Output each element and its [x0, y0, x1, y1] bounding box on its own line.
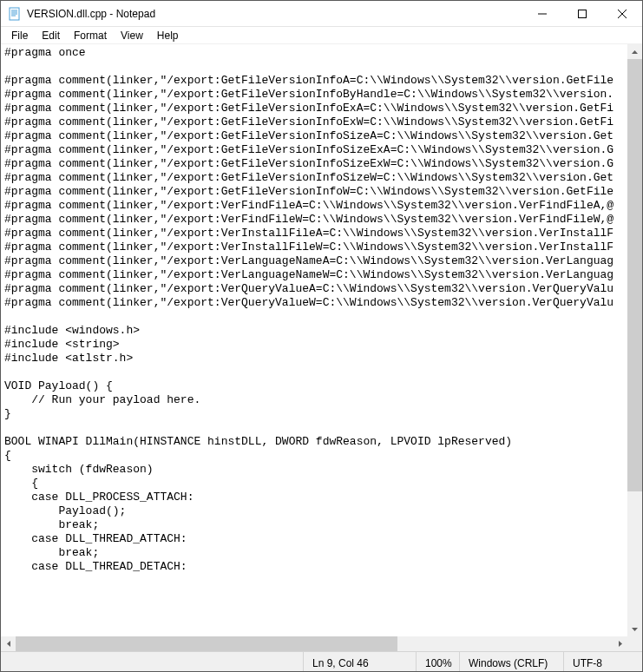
scroll-left-button[interactable]	[1, 636, 16, 651]
close-button[interactable]	[602, 1, 642, 26]
status-line-ending: Windows (CRLF)	[460, 652, 564, 671]
vertical-scrollbar[interactable]	[627, 44, 642, 636]
horizontal-scrollbar[interactable]	[1, 636, 627, 651]
status-spacer	[1, 652, 304, 671]
status-encoding: UTF-8	[564, 652, 642, 671]
maximize-button[interactable]	[562, 1, 602, 26]
text-editor[interactable]: #pragma once #pragma comment(linker,"/ex…	[1, 44, 642, 636]
app-icon	[8, 7, 22, 21]
horizontal-scroll-track[interactable]	[16, 636, 613, 651]
content-area: #pragma once #pragma comment(linker,"/ex…	[1, 44, 642, 651]
statusbar: Ln 9, Col 46 100% Windows (CRLF) UTF-8	[1, 651, 642, 671]
menu-view[interactable]: View	[114, 28, 150, 43]
window-controls	[522, 1, 642, 26]
scroll-down-button[interactable]	[627, 622, 642, 636]
status-position: Ln 9, Col 46	[304, 652, 417, 671]
editor-text[interactable]: #pragma once #pragma comment(linker,"/ex…	[1, 44, 642, 576]
status-zoom: 100%	[417, 652, 460, 671]
notepad-window: VERSION.dll.cpp - Notepad File Edit Form…	[0, 0, 643, 672]
minimize-button[interactable]	[522, 1, 562, 26]
window-title: VERSION.dll.cpp - Notepad	[27, 8, 522, 20]
menubar: File Edit Format View Help	[1, 27, 642, 44]
vertical-scroll-track[interactable]	[627, 59, 642, 622]
scroll-corner	[627, 636, 642, 651]
menu-format[interactable]: Format	[67, 28, 114, 43]
svg-rect-6	[579, 10, 587, 17]
menu-file[interactable]: File	[4, 28, 35, 43]
menu-edit[interactable]: Edit	[35, 28, 67, 43]
titlebar: VERSION.dll.cpp - Notepad	[1, 1, 642, 27]
scroll-up-button[interactable]	[627, 44, 642, 59]
scroll-right-button[interactable]	[613, 636, 627, 651]
horizontal-scroll-thumb[interactable]	[16, 636, 397, 651]
vertical-scroll-thumb[interactable]	[627, 59, 642, 491]
menu-help[interactable]: Help	[150, 28, 186, 43]
